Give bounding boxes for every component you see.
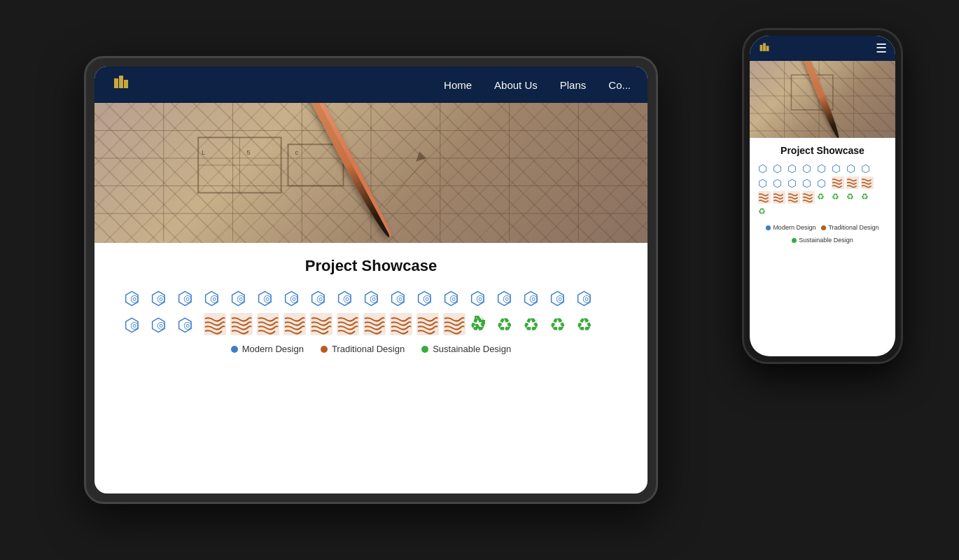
phone-icon-modern: ⬡	[861, 162, 874, 174]
svg-text:⬡: ⬡	[817, 178, 826, 189]
tablet-logo	[111, 73, 131, 97]
phone-icon-modern: ⬡	[773, 176, 785, 189]
phone-icon-modern: ⬡	[758, 162, 771, 174]
icon-modern: ⬡◎	[576, 286, 598, 309]
svg-text:♻: ♻	[496, 314, 512, 335]
svg-text:⬡: ⬡	[832, 163, 841, 174]
icon-modern: ⬡◎	[363, 286, 386, 309]
svg-text:◎: ◎	[582, 293, 591, 304]
icon-modern: ⬡◎	[177, 313, 200, 335]
svg-text:⬡: ⬡	[802, 163, 811, 174]
svg-rect-80	[760, 45, 763, 51]
icon-traditional	[363, 313, 386, 335]
svg-text:⬡: ⬡	[758, 178, 767, 189]
svg-text:⬡: ⬡	[788, 178, 797, 189]
icon-modern: ⬡◎	[390, 286, 412, 309]
phone-legend-traditional: Traditional Design	[821, 224, 878, 231]
legend-modern: Modern Design	[231, 344, 304, 354]
phone-legend-dot-sustainable	[792, 238, 797, 243]
icon-modern: ⬡◎	[470, 286, 492, 309]
svg-text:⬡: ⬡	[758, 163, 767, 174]
phone-icon-grid: ⬡ ⬡ ⬡ ⬡ ⬡ ⬡ ⬡ ⬡ ⬡ ⬡ ⬡ ⬡ ⬡	[758, 162, 887, 218]
phone-icon-traditional	[758, 191, 771, 204]
icon-modern: ⬡◎	[310, 286, 332, 309]
phone-legend-modern: Modern Design	[766, 224, 816, 231]
svg-text:♻: ♻	[832, 192, 839, 202]
svg-text:◎: ◎	[130, 319, 139, 330]
phone-icon-traditional	[861, 176, 874, 189]
icon-modern: ⬡◎	[124, 286, 146, 309]
phone-icon-modern: ⬡	[758, 176, 771, 189]
svg-text:♻: ♻	[550, 314, 566, 335]
svg-text:⬡: ⬡	[788, 163, 797, 174]
svg-text:⬡: ⬡	[861, 163, 870, 174]
legend-sustainable: Sustainable Design	[421, 344, 511, 354]
svg-text:◎: ◎	[503, 293, 511, 304]
svg-text:♻: ♻	[846, 192, 854, 202]
icon-modern: ⬡◎	[177, 286, 200, 309]
svg-rect-82	[766, 46, 769, 51]
svg-text:◎: ◎	[370, 293, 378, 304]
icon-modern: ⬡◎	[150, 286, 173, 309]
phone-icon-sustainable: ♻	[846, 191, 859, 204]
tablet-legend: Modern Design Traditional Design Sustain…	[117, 344, 625, 354]
svg-text:5: 5	[246, 148, 251, 156]
icon-traditional	[204, 313, 226, 335]
icon-traditional	[284, 313, 306, 335]
nav-plans[interactable]: Plans	[560, 79, 587, 91]
phone-legend-sustainable: Sustainable Design	[792, 237, 853, 244]
tablet-screen: Home About Us Plans Co...	[94, 66, 648, 493]
icon-sustainable: ♻	[576, 313, 598, 335]
svg-text:◎: ◎	[423, 293, 431, 304]
icon-traditional	[416, 313, 439, 335]
svg-rect-0	[114, 78, 118, 88]
tablet-navbar: Home About Us Plans Co...	[94, 66, 648, 103]
svg-line-18	[385, 158, 426, 206]
icon-traditional	[390, 313, 412, 335]
legend-dot-traditional	[321, 346, 328, 353]
icon-modern: ⬡◎	[124, 313, 146, 335]
svg-text:◎: ◎	[343, 293, 351, 304]
legend-dot-sustainable	[421, 346, 428, 353]
phone-icon-modern: ⬡	[802, 176, 815, 189]
tablet-section-title: Project Showcase	[117, 257, 625, 275]
phone-icon-traditional	[832, 176, 844, 189]
svg-text:◎: ◎	[529, 293, 538, 304]
nav-home[interactable]: Home	[444, 79, 472, 91]
svg-text:♻: ♻	[861, 192, 869, 202]
svg-text:⬡: ⬡	[773, 178, 782, 189]
icon-sustainable: ♻	[523, 313, 545, 335]
icon-sustainable: ♻	[470, 313, 492, 335]
phone-icon-sustainable: ♻	[861, 191, 874, 204]
icon-modern: ⬡◎	[443, 286, 465, 309]
icon-traditional	[337, 313, 359, 335]
svg-text:⬡: ⬡	[846, 163, 855, 174]
hamburger-menu[interactable]: ☰	[876, 41, 887, 56]
svg-text:♻: ♻	[576, 314, 592, 335]
phone-icon-modern: ⬡	[788, 162, 800, 174]
tablet-content: Project Showcase ⬡◎ ⬡◎ ⬡◎ ⬡◎ ⬡◎ ⬡◎ ⬡◎ ⬡◎	[94, 243, 648, 368]
svg-text:◎: ◎	[556, 293, 564, 304]
nav-more[interactable]: Co...	[608, 79, 631, 91]
phone-icon-modern: ⬡	[846, 162, 859, 174]
phone-device: ☰ Project Showcase	[742, 28, 903, 364]
svg-text:♻: ♻	[470, 314, 486, 335]
svg-text:◎: ◎	[396, 293, 405, 304]
svg-text:♻: ♻	[523, 314, 539, 335]
icon-modern: ⬡◎	[496, 286, 519, 309]
icon-modern: ⬡◎	[257, 286, 279, 309]
phone-icon-modern: ⬡	[788, 176, 800, 189]
phone-section-title: Project Showcase	[758, 145, 887, 156]
phone-icon-traditional	[788, 191, 800, 204]
scene: Home About Us Plans Co...	[0, 0, 959, 560]
svg-text:♻: ♻	[817, 192, 825, 202]
tablet-icon-grid: ⬡◎ ⬡◎ ⬡◎ ⬡◎ ⬡◎ ⬡◎ ⬡◎ ⬡◎ ⬡◎ ⬡◎ ⬡◎ ⬡◎ ⬡◎ ⬡…	[117, 286, 625, 335]
nav-about[interactable]: About Us	[494, 79, 538, 91]
svg-rect-2	[124, 80, 128, 88]
tablet-nav-links[interactable]: Home About Us Plans Co...	[444, 79, 631, 91]
icon-modern: ⬡◎	[550, 286, 572, 309]
svg-text:◎: ◎	[183, 293, 192, 304]
phone-icon-traditional	[846, 176, 859, 189]
svg-text:♻: ♻	[758, 206, 766, 216]
svg-text:c: c	[295, 148, 298, 156]
